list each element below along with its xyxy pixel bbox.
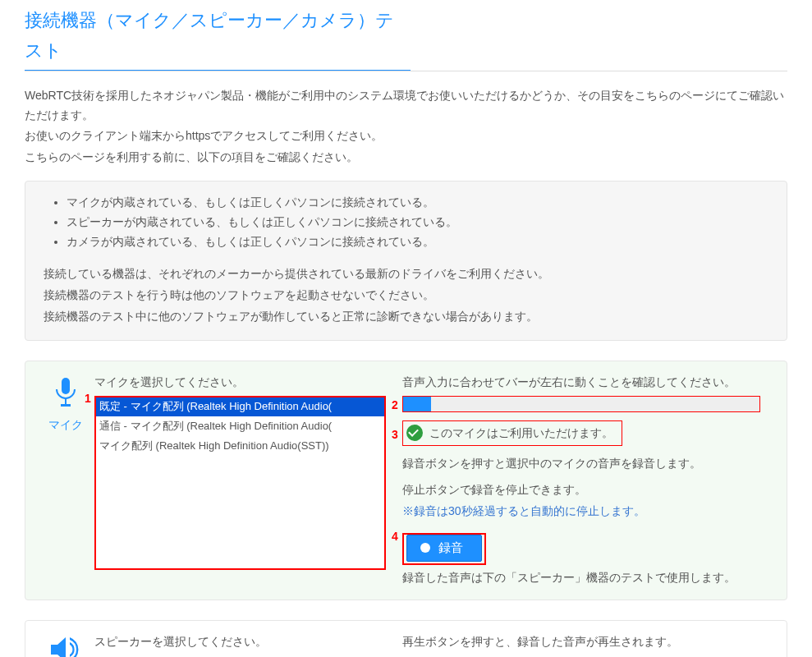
precondition-item: マイクが内蔵されている、もしくは正しくパソコンに接続されている。 <box>67 193 768 213</box>
svg-rect-0 <box>62 378 70 394</box>
mic-panel: マイク 1 マイクを選択してください。 既定 - マイク配列 (Realtek … <box>25 361 787 600</box>
record-note-1: 録音ボタンを押すと選択中のマイクの音声を録音します。 <box>402 454 767 474</box>
annotation-4: 4 <box>392 527 398 547</box>
mic-side-text: マイク <box>37 416 94 435</box>
record-usage-note: 録音した音声は下の「スピーカー」機器のテストで使用します。 <box>402 568 767 588</box>
record-note-3: ※録音は30秒経過すると自動的に停止します。 <box>402 502 767 521</box>
play-note-1: 再生ボタンを押すと、録音した音声が再生されます。 <box>402 632 767 652</box>
record-button-label: 録音 <box>438 540 463 556</box>
mic-option[interactable]: 既定 - マイク配列 (Realtek High Definition Audi… <box>95 397 385 416</box>
microphone-icon <box>52 397 80 410</box>
mic-status-text: このマイクはご利用いただけます。 <box>429 424 613 443</box>
annotation-3: 3 <box>392 425 398 445</box>
speaker-icon <box>49 653 82 657</box>
preconditions-box: マイクが内蔵されている、もしくは正しくパソコンに接続されている。 スピーカーが内… <box>25 181 787 341</box>
precondition-note: 接続している機器は、それぞれのメーカーから提供されている最新のドライバをご利用く… <box>44 264 768 284</box>
annotation-2: 2 <box>392 396 398 416</box>
title-divider <box>25 71 787 71</box>
speaker-panel: スピーカー スピーカーを選択してください。 ※Google Chromeでのみス… <box>25 620 787 657</box>
intro-line-1: WebRTC技術を採用したネオジャパン製品・機能がご利用中のシステム環境でお使い… <box>25 86 787 126</box>
mic-select-label: マイクを選択してください。 <box>94 373 386 393</box>
speaker-side-label: スピーカー <box>37 632 94 657</box>
intro-text: WebRTC技術を採用したネオジャパン製品・機能がご利用中のシステム環境でお使い… <box>25 86 787 168</box>
speaker-select-label: スピーカーを選択してください。 <box>94 632 386 652</box>
page-title: 接続機器（マイク／スピーカー／カメラ）テスト <box>25 5 411 71</box>
precondition-note: 接続機器のテストを行う時は他のソフトウェアを起動させないでください。 <box>44 286 768 306</box>
mic-level-meter <box>402 396 760 412</box>
precondition-item: カメラが内蔵されている、もしくは正しくパソコンに接続されている。 <box>67 232 768 252</box>
mic-status-box: このマイクはご利用いただけます。 <box>402 420 622 447</box>
mic-option[interactable]: 通信 - マイク配列 (Realtek High Definition Audi… <box>95 416 385 436</box>
mic-option[interactable]: マイク配列 (Realtek High Definition Audio(SST… <box>95 436 385 456</box>
record-note-2: 停止ボタンで録音を停止できます。 <box>402 480 767 500</box>
precondition-item: スピーカーが内蔵されている、もしくは正しくパソコンに接続されている。 <box>67 213 768 232</box>
intro-line-3: こちらのページを利用する前に、以下の項目をご確認ください。 <box>25 148 787 168</box>
mic-device-list[interactable]: 既定 - マイク配列 (Realtek High Definition Audi… <box>94 396 386 570</box>
record-dot-icon <box>420 543 430 553</box>
check-icon <box>406 425 423 441</box>
precondition-note: 接続機器のテスト中に他のソフトウェアが動作していると正常に診断できない場合があり… <box>44 307 768 327</box>
mic-meter-label: 音声入力に合わせてバーが左右に動くことを確認してください。 <box>402 373 767 393</box>
mic-level-fill <box>403 397 431 411</box>
record-button-highlight: 録音 <box>402 533 486 565</box>
record-button[interactable]: 録音 <box>406 535 482 562</box>
intro-line-2: お使いのクライアント端末からhttpsでアクセスしてご利用ください。 <box>25 126 787 146</box>
annotation-1: 1 <box>85 389 91 409</box>
